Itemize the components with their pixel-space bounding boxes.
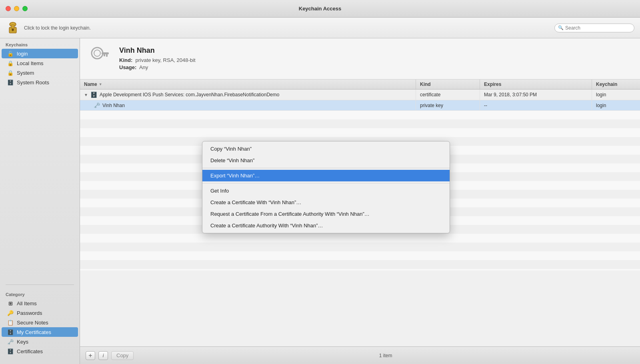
context-menu-get-info[interactable]: Get Info (202, 185, 450, 197)
keychains-header: Keychains (0, 38, 80, 49)
system-roots-icon: 🗄️ (7, 79, 14, 86)
sidebar-label-certificates: Certificates (17, 348, 43, 354)
sidebar-item-local-items[interactable]: 🔒 Local Items (2, 58, 78, 68)
window-title: Keychain Access (299, 6, 341, 12)
table-row[interactable]: 🗝️ Vinh Nhan private key -- login (80, 100, 640, 111)
context-menu-divider-1 (202, 168, 450, 168)
item-usage: Usage: Any (119, 64, 196, 70)
sidebar-item-certificates[interactable]: 🗄️ Certificates (2, 346, 78, 356)
login-icon: 🔓 (7, 50, 14, 57)
table-row[interactable]: ▼ 🗄️ Apple Development IOS Push Services… (80, 90, 640, 100)
svg-rect-3 (11, 24, 14, 29)
context-menu-export[interactable]: Export “Vinh Nhan”… (202, 170, 450, 181)
svg-rect-10 (104, 54, 105, 56)
titlebar: Keychain Access (0, 0, 640, 18)
sidebar-label-login: login (17, 51, 28, 57)
category-header: Category (0, 288, 80, 298)
row-name-cell-2: 🗝️ Vinh Nhan (80, 100, 416, 110)
context-menu-delete[interactable]: Delete “Vinh Nhan” (202, 155, 450, 166)
sidebar-item-my-certificates[interactable]: 🗄️ My Certificates (2, 327, 78, 337)
context-menu: Copy “Vinh Nhan” Delete “Vinh Nhan” Expo… (202, 141, 450, 233)
sidebar-label-all-items: All Items (17, 300, 37, 306)
key-icon-large (90, 46, 110, 72)
row-keychain-cell: login (592, 90, 640, 100)
toolbar: Click to lock the login keychain. 🔍 (0, 18, 640, 38)
context-menu-divider-2 (202, 183, 450, 183)
passwords-icon: 🔑 (7, 310, 14, 316)
item-icon-large (88, 45, 112, 73)
info-button[interactable]: i (98, 351, 108, 360)
certificates-icon: 🗄️ (7, 348, 14, 354)
table-header: Name ▼ Kind Expires Keychain (80, 80, 640, 90)
close-button[interactable] (6, 6, 11, 11)
svg-rect-5 (12, 30, 13, 31)
search-icon: 🔍 (558, 25, 564, 30)
local-items-icon: 🔒 (7, 60, 14, 66)
item-info: Vinh Nhan Kind: private key, RSA, 2048-b… (119, 46, 196, 72)
svg-point-7 (94, 50, 100, 56)
all-items-icon: ⊞ (7, 300, 14, 306)
minimize-button[interactable] (14, 6, 19, 11)
sidebar-label-system-roots: System Roots (17, 80, 49, 86)
context-menu-copy[interactable]: Copy “Vinh Nhan” (202, 143, 450, 155)
item-kind: Kind: private key, RSA, 2048-bit (119, 57, 196, 63)
main-area: Keychains 🔓 login 🔒 Local Items 🔒 System… (0, 38, 640, 364)
sidebar-item-login[interactable]: 🔓 login (2, 49, 78, 58)
row-kind-cell-2: private key (416, 100, 480, 110)
usage-value: Any (139, 64, 148, 70)
col-kind[interactable]: Kind (416, 80, 480, 89)
search-input[interactable] (565, 25, 631, 31)
key-icon-small: 🗝️ (94, 102, 100, 108)
item-header: Vinh Nhan Kind: private key, RSA, 2048-b… (80, 38, 640, 80)
sidebar-item-secure-notes[interactable]: 📋 Secure Notes (2, 318, 78, 327)
sidebar-label-passwords: Passwords (17, 310, 42, 316)
sidebar-item-keys[interactable]: 🗝️ Keys (2, 337, 78, 346)
content-area: Vinh Nhan Kind: private key, RSA, 2048-b… (80, 38, 640, 364)
maximize-button[interactable] (22, 6, 28, 11)
cert-icon: 🗄️ (90, 91, 97, 98)
row-expires-cell: Mar 9, 2018, 3:07:50 PM (480, 90, 592, 100)
svg-point-6 (92, 48, 103, 59)
sidebar-label-keys: Keys (17, 339, 28, 345)
svg-rect-9 (106, 54, 108, 57)
sidebar: Keychains 🔓 login 🔒 Local Items 🔒 System… (0, 38, 80, 364)
row-name-cell: ▼ 🗄️ Apple Development IOS Push Services… (80, 90, 416, 100)
keys-icon: 🗝️ (7, 338, 14, 345)
sidebar-item-system[interactable]: 🔒 System (2, 68, 78, 78)
add-button[interactable]: + (86, 351, 95, 360)
col-keychain[interactable]: Keychain (592, 80, 640, 89)
context-menu-create-cert[interactable]: Create a Certificate With “Vinh Nhan”… (202, 197, 450, 208)
sidebar-item-passwords[interactable]: 🔑 Passwords (2, 308, 78, 318)
item-name: Vinh Nhan (119, 46, 196, 55)
keychain-lock-icon[interactable] (6, 21, 20, 35)
my-certificates-icon: 🗄️ (7, 329, 14, 335)
sidebar-label-secure-notes: Secure Notes (17, 320, 48, 326)
sidebar-item-system-roots[interactable]: 🗄️ System Roots (2, 78, 78, 87)
copy-button[interactable]: Copy (111, 351, 134, 360)
traffic-lights (6, 6, 28, 11)
col-expires[interactable]: Expires (480, 80, 592, 89)
bottom-toolbar: + i Copy 1 item (80, 346, 640, 364)
expand-arrow[interactable]: ▼ (84, 93, 88, 97)
row-keychain-cell-2: login (592, 100, 640, 110)
usage-label: Usage: (119, 64, 136, 70)
sidebar-label-system: System (17, 70, 34, 76)
status-text: 1 item (137, 353, 634, 358)
sidebar-divider (6, 284, 74, 285)
sidebar-label-my-certificates: My Certificates (17, 329, 51, 335)
sidebar-label-local-items: Local Items (17, 60, 43, 66)
kind-label: Kind: (119, 57, 132, 63)
svg-rect-8 (102, 52, 109, 54)
kind-value: private key, RSA, 2048-bit (135, 57, 195, 63)
context-menu-create-ca[interactable]: Create a Certificate Authority With “Vin… (202, 220, 450, 231)
sidebar-item-all-items[interactable]: ⊞ All Items (2, 298, 78, 308)
col-name[interactable]: Name ▼ (80, 80, 416, 89)
row-expires-cell-2: -- (480, 100, 592, 110)
lock-text: Click to lock the login keychain. (24, 25, 550, 31)
sort-arrow: ▼ (99, 82, 102, 86)
system-icon: 🔒 (7, 70, 14, 76)
context-menu-request-cert[interactable]: Request a Certificate From a Certificate… (202, 208, 450, 220)
secure-notes-icon: 📋 (7, 319, 14, 326)
search-box[interactable]: 🔍 (554, 24, 634, 32)
row-kind-cell: certificate (416, 90, 480, 100)
